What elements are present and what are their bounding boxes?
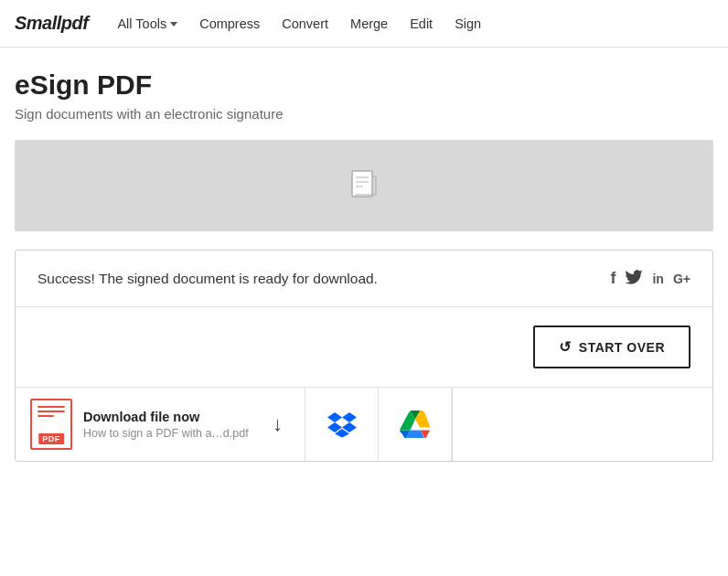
- googleplus-icon[interactable]: G+: [673, 272, 691, 286]
- google-drive-button[interactable]: [379, 388, 452, 461]
- success-top-row: Success! The signed document is ready fo…: [16, 251, 712, 307]
- twitter-icon[interactable]: [625, 270, 643, 287]
- page-content: eSign PDF Sign documents with an electro…: [0, 48, 728, 484]
- download-arrow-button[interactable]: ↓: [265, 412, 290, 436]
- page-title: eSign PDF: [15, 69, 713, 101]
- navbar: Smallpdf All Tools Compress Convert Merg…: [0, 0, 728, 48]
- action-area: ↺ START OVER: [16, 307, 712, 388]
- empty-cell: [452, 388, 712, 461]
- download-title: Download file now: [83, 410, 254, 424]
- chevron-down-icon: [170, 22, 177, 27]
- download-info: Download file now How to sign a PDF with…: [83, 410, 254, 440]
- success-message: Success! The signed document is ready fo…: [37, 271, 378, 287]
- success-box: Success! The signed document is ready fo…: [15, 250, 713, 462]
- drop-area[interactable]: [15, 140, 713, 231]
- start-over-button[interactable]: ↺ START OVER: [533, 325, 691, 368]
- dropbox-button[interactable]: [305, 388, 379, 461]
- download-subtitle: How to sign a PDF with a…d.pdf: [83, 427, 254, 440]
- nav-links: All Tools Compress Convert Merge Edit Si…: [117, 16, 481, 31]
- nav-compress[interactable]: Compress: [199, 16, 260, 31]
- nav-all-tools[interactable]: All Tools: [117, 16, 177, 31]
- all-tools-label: All Tools: [117, 16, 166, 31]
- download-main: PDF Download file now How to sign a PDF …: [16, 388, 305, 461]
- nav-merge[interactable]: Merge: [350, 16, 388, 31]
- document-placeholder-icon: [351, 170, 377, 201]
- nav-sign[interactable]: Sign: [455, 16, 481, 31]
- start-over-label: START OVER: [579, 340, 665, 355]
- download-area: PDF Download file now How to sign a PDF …: [16, 388, 712, 461]
- nav-edit[interactable]: Edit: [410, 16, 433, 31]
- facebook-icon[interactable]: f: [610, 269, 616, 288]
- page-subtitle: Sign documents with an electronic signat…: [15, 106, 713, 122]
- pdf-file-icon: PDF: [30, 399, 72, 450]
- svg-rect-0: [352, 171, 372, 197]
- logo[interactable]: Smallpdf: [15, 13, 88, 34]
- social-icons: f in G+: [610, 269, 691, 288]
- linkedin-icon[interactable]: in: [652, 272, 663, 286]
- nav-convert[interactable]: Convert: [282, 16, 328, 31]
- refresh-icon: ↺: [559, 338, 572, 356]
